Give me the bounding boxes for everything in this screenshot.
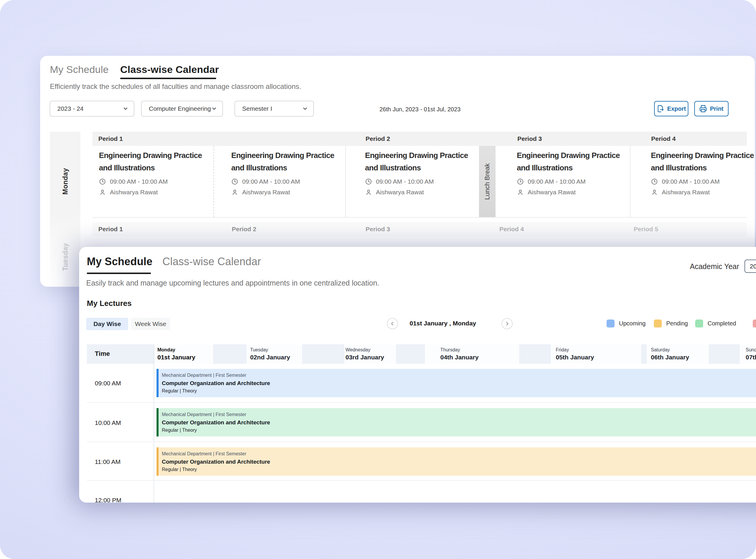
period-1-label-row2: Period 1	[98, 222, 123, 236]
lunch-break-label: Lunch Break	[484, 163, 491, 200]
event-meta: Regular | Theory	[162, 388, 756, 394]
weekday-label: Saturday	[651, 347, 689, 353]
chevron-left-icon	[390, 321, 395, 327]
period-header-row-1	[92, 132, 747, 146]
period-4-label-row2: Period 4	[499, 222, 524, 236]
tab-class-wise-calendar-front[interactable]: Class-wise Calendar	[162, 255, 261, 268]
academic-year-select[interactable]: 2023 - 24	[50, 101, 134, 117]
person-icon	[651, 189, 658, 196]
event-course-title: Computer Organization and Architecture	[162, 419, 756, 426]
event-instructor: Aishwarya Rawat	[242, 189, 290, 196]
completed-label: Completed	[708, 320, 736, 327]
print-button[interactable]: Print	[694, 101, 729, 116]
academic-year-label: Academic Year	[690, 262, 739, 271]
timetable-day-sidebar: Monday Tuesday	[50, 132, 80, 281]
day-header-sunday: Sunday 07th January	[746, 347, 756, 361]
period-3-label: Period 3	[517, 132, 542, 146]
chevron-down-icon	[211, 106, 217, 112]
timetable-event[interactable]: Engineering Drawing Practice and Illustr…	[231, 149, 343, 196]
next-day-button[interactable]	[502, 318, 513, 329]
clock-icon	[651, 178, 658, 185]
clock-icon	[99, 178, 106, 185]
event-time: 09:00 AM - 10:00 AM	[242, 178, 300, 185]
tab-my-schedule-front[interactable]: My Schedule	[87, 255, 152, 268]
event-department: Mechanical Department | First Semester	[162, 372, 756, 378]
event-time: 09:00 AM - 10:00 AM	[376, 178, 434, 185]
cell-divider	[214, 146, 214, 217]
event-meta: Regular | Theory	[162, 427, 756, 433]
event-title: Engineering Drawing Practice and Illustr…	[99, 149, 211, 174]
time-column-divider	[154, 344, 154, 502]
lecture-event-upcoming[interactable]: Mechanical Department | First Semester C…	[157, 369, 756, 397]
row-separator	[87, 442, 756, 442]
my-lectures-title: My Lectures	[87, 299, 132, 308]
day-header-saturday: Saturday 06th January	[651, 347, 689, 361]
clock-icon	[365, 178, 372, 185]
date-label: 03rd January	[346, 354, 384, 361]
event-instructor: Aishwarya Rawat	[662, 189, 710, 196]
export-button-label: Export	[667, 106, 686, 112]
event-course-title: Computer Organization and Architecture	[162, 458, 756, 465]
export-button[interactable]: Export	[654, 101, 688, 116]
pending-label: Pending	[666, 320, 688, 327]
date-label: 04th January	[440, 354, 479, 361]
week-wise-toggle[interactable]: Week Wise	[131, 318, 170, 330]
event-instructor: Aishwarya Rawat	[528, 189, 576, 196]
event-time: 09:00 AM - 10:00 AM	[110, 178, 168, 185]
semester-value: Semester I	[242, 105, 302, 112]
previous-day-button[interactable]	[387, 318, 398, 329]
period-5-label-row2: Period 5	[634, 222, 658, 236]
event-time: 09:00 AM - 10:00 AM	[528, 178, 585, 185]
legend-missed	[753, 319, 756, 328]
cell-divider	[630, 146, 630, 217]
person-icon	[517, 189, 524, 196]
event-instructor: Aishwarya Rawat	[376, 189, 424, 196]
time-column-header: Time	[95, 350, 110, 358]
tab-class-wise-calendar-back[interactable]: Class-wise Calendar	[120, 64, 219, 75]
timetable-event[interactable]: Engineering Drawing Practice and Illustr…	[651, 149, 755, 196]
print-button-label: Print	[710, 106, 724, 112]
time-slot-1200: 12:00 PM	[95, 497, 121, 502]
day-label-tuesday: Tuesday	[61, 243, 69, 271]
completed-swatch	[695, 319, 703, 328]
weekday-label: Wednesday	[346, 347, 384, 353]
period-3-label-row2: Period 3	[365, 222, 390, 236]
upcoming-swatch	[606, 319, 615, 328]
upcoming-label: Upcoming	[619, 320, 646, 327]
lecture-event-completed[interactable]: Mechanical Department | First Semester C…	[157, 408, 756, 437]
missed-swatch	[753, 319, 756, 328]
row-divider	[92, 217, 747, 218]
person-icon	[365, 189, 372, 196]
academic-year-dropdown[interactable]: 2023 - 24	[744, 260, 756, 273]
chevron-right-icon	[504, 321, 510, 327]
front-card-subtitle: Easily track and manage upcoming lecture…	[86, 279, 379, 287]
weekday-label: Friday	[556, 347, 594, 353]
day-header-tuesday: Tuesday 02nd January	[250, 347, 290, 361]
lecture-event-pending[interactable]: Mechanical Department | First Semester C…	[157, 447, 756, 476]
back-card-subtitle: Efficiently track the schedules of all f…	[50, 82, 301, 91]
day-label-monday: Monday	[61, 168, 69, 195]
time-slot-0900: 09:00 AM	[95, 380, 121, 387]
period-2-label: Period 2	[365, 132, 390, 146]
weekday-label: Thursday	[440, 347, 479, 353]
cell-divider	[345, 146, 346, 217]
day-wise-toggle[interactable]: Day Wise	[86, 318, 128, 330]
semester-select[interactable]: Semester I	[235, 101, 314, 117]
legend-completed: Completed	[695, 319, 736, 328]
print-icon	[699, 105, 707, 112]
week-wise-label: Week Wise	[135, 320, 166, 328]
event-time: 09:00 AM - 10:00 AM	[662, 178, 720, 185]
day-header-friday: Friday 05th January	[556, 347, 594, 361]
tab-my-schedule-back[interactable]: My Schedule	[50, 64, 109, 75]
week-date-range: 26th Jun, 2023 - 01st Jul, 2023	[379, 106, 461, 113]
active-tab-underline	[120, 78, 216, 79]
timetable-event[interactable]: Engineering Drawing Practice and Illustr…	[365, 149, 477, 196]
date-label: 02nd January	[250, 354, 290, 361]
time-slot-1100: 11:00 AM	[95, 458, 120, 465]
row-separator	[87, 480, 756, 481]
timetable-event[interactable]: Engineering Drawing Practice and Illustr…	[517, 149, 629, 196]
timetable-event[interactable]: Engineering Drawing Practice and Illustr…	[99, 149, 211, 196]
my-schedule-card: My Schedule Class-wise Calendar Easily t…	[79, 247, 756, 502]
date-label: 05th January	[556, 354, 594, 361]
department-select[interactable]: Computer Engineering	[141, 101, 223, 117]
